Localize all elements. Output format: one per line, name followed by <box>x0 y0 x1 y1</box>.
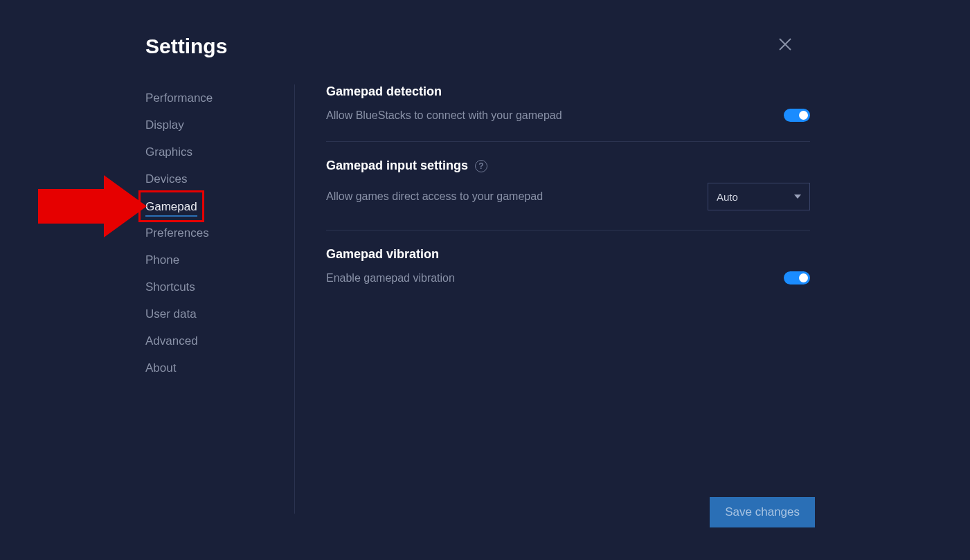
sidebar-item-graphics[interactable]: Graphics <box>145 140 192 165</box>
svg-marker-2 <box>38 175 147 237</box>
settings-dialog: Settings Performance Display Graphics De… <box>145 35 810 514</box>
annotation-highlight: Gamepad <box>138 190 204 222</box>
sidebar-item-advanced[interactable]: Advanced <box>145 329 198 354</box>
page-title: Settings <box>145 35 810 58</box>
section-gamepad-input: Gamepad input settings ? Allow games dir… <box>326 159 810 231</box>
toggle-gamepad-detection[interactable] <box>784 109 810 122</box>
save-changes-button[interactable]: Save changes <box>710 497 815 527</box>
section-desc-detection: Allow BlueStacks to connect with your ga… <box>326 109 562 122</box>
toggle-gamepad-vibration[interactable] <box>784 271 810 284</box>
divider <box>294 84 295 514</box>
sidebar-item-devices[interactable]: Devices <box>145 167 187 192</box>
section-title-vibration: Gamepad vibration <box>326 247 810 262</box>
section-desc-input: Allow games direct access to your gamepa… <box>326 190 543 203</box>
section-gamepad-detection: Gamepad detection Allow BlueStacks to co… <box>326 84 810 142</box>
chevron-down-icon <box>794 195 801 199</box>
section-gamepad-vibration: Gamepad vibration Enable gamepad vibrati… <box>326 247 810 304</box>
sidebar-item-user-data[interactable]: User data <box>145 302 197 327</box>
section-title-detection: Gamepad detection <box>326 84 810 99</box>
sidebar-item-phone[interactable]: Phone <box>145 248 179 273</box>
sidebar-item-performance[interactable]: Performance <box>145 86 213 111</box>
select-value: Auto <box>717 191 738 203</box>
select-gamepad-input[interactable]: Auto <box>708 183 810 210</box>
sidebar-item-display[interactable]: Display <box>145 113 184 138</box>
section-desc-vibration: Enable gamepad vibration <box>326 272 455 284</box>
annotation-arrow-icon <box>28 172 149 241</box>
content-pane: Gamepad detection Allow BlueStacks to co… <box>326 84 810 514</box>
sidebar-item-shortcuts[interactable]: Shortcuts <box>145 275 195 300</box>
sidebar: Performance Display Graphics Devices Gam… <box>145 84 301 514</box>
sidebar-item-gamepad[interactable]: Gamepad <box>145 195 197 217</box>
section-title-input: Gamepad input settings <box>326 159 468 173</box>
sidebar-item-preferences[interactable]: Preferences <box>145 221 209 246</box>
help-icon[interactable]: ? <box>475 160 487 172</box>
sidebar-item-about[interactable]: About <box>145 356 176 381</box>
